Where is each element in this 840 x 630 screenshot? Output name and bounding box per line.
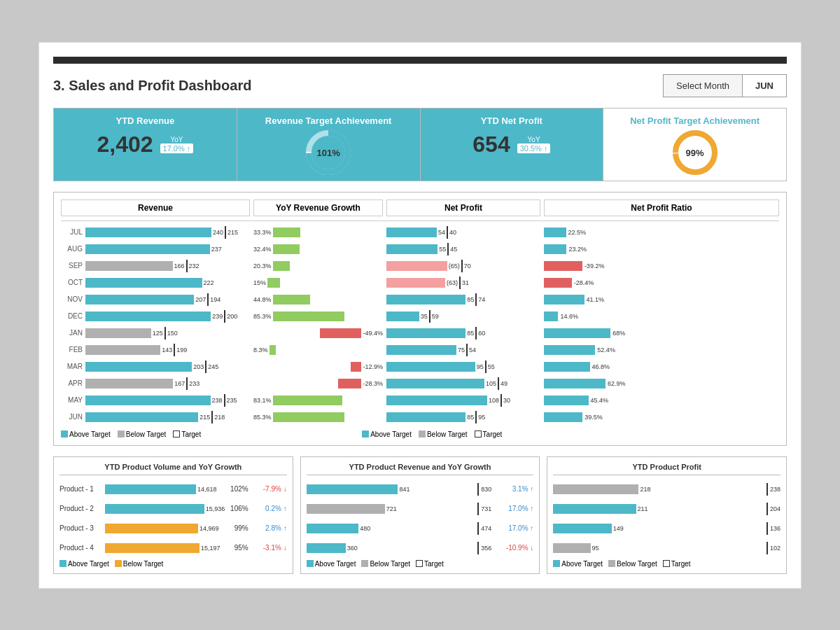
target-label: 233 xyxy=(189,380,200,387)
product-label: Product - 1 xyxy=(59,485,105,493)
profit-prod-bar xyxy=(553,484,638,494)
month-label: NOV xyxy=(61,295,85,303)
profit-target-line xyxy=(498,377,499,390)
ratio-bar-area: 46.8% xyxy=(544,362,779,372)
vol-growth: -3.1% ↓ xyxy=(248,544,287,552)
target-label: 150 xyxy=(167,330,178,337)
vol-pct: 102% xyxy=(226,485,248,493)
yoy-bar-area: 85.3% xyxy=(253,312,383,321)
yoy-bar-area: 15% xyxy=(253,278,383,288)
revenue-donut-label: 101% xyxy=(317,147,340,158)
profit-above-label: 108 xyxy=(489,397,499,404)
revenue-row: DEC239200 xyxy=(61,309,250,324)
target-label: 199 xyxy=(176,346,187,354)
ratio-row: 46.8% xyxy=(544,359,779,374)
profit-target-donut: 99% xyxy=(617,132,772,174)
product-profit-row: 95102 xyxy=(553,540,780,556)
yoy-bar-area: 83.1% xyxy=(253,396,383,405)
target-label: 232 xyxy=(189,262,200,270)
above-label: 237 xyxy=(211,246,222,253)
above-bar xyxy=(85,312,211,321)
profit-prod-target-value: 238 xyxy=(770,486,780,493)
vol-bar-area: 15,197 xyxy=(105,543,226,553)
ratio-header: Net Profit Ratio xyxy=(544,200,779,216)
yoy-label: -49.4% xyxy=(363,330,383,337)
ratio-bar-area: -28.4% xyxy=(544,278,779,288)
kpi-profit-target: Net Profit Target Achievement 99% xyxy=(603,108,786,181)
profit-target-label: 55 xyxy=(488,363,495,370)
profit-above-label: 85 xyxy=(467,330,474,337)
product-label: Product - 2 xyxy=(59,505,105,512)
rev-bar xyxy=(307,543,346,553)
rev-bar-area: 841 xyxy=(307,484,477,494)
month-label: DEC xyxy=(61,312,85,320)
yoy-label: 15% xyxy=(253,279,266,286)
profit-above-bar xyxy=(386,328,465,338)
profit-above-label: 55 xyxy=(439,246,446,253)
rev-target-value: 356 xyxy=(481,545,491,552)
below-bar xyxy=(85,328,151,338)
profit-bar-area: 8560 xyxy=(386,327,540,340)
rev-bar xyxy=(307,484,398,494)
profit-target-line xyxy=(475,411,477,424)
yoy-bar-area: 33.3% xyxy=(253,227,383,237)
profit-target-line xyxy=(461,260,463,272)
vol-bar xyxy=(105,504,204,514)
page-title: 3. Sales and Profit Dashboard xyxy=(53,78,251,94)
rev-target-line xyxy=(477,503,479,515)
yoy-pos-bar xyxy=(273,396,343,405)
profit-above-label: 75 xyxy=(458,346,465,354)
profit-target-line xyxy=(475,327,477,340)
profit-target-line xyxy=(485,360,486,373)
bar-area: 207194 xyxy=(85,293,250,306)
profit-prod-value: 149 xyxy=(613,525,624,532)
profit-legend: Above Target Below Target Target xyxy=(362,430,502,438)
revenue-row: JUN215218 xyxy=(61,410,250,425)
profit-row: 10549 xyxy=(386,376,540,391)
month-label: JUN xyxy=(61,413,85,421)
ratio-row: -39.2% xyxy=(544,258,779,274)
yoy-row: 44.8% xyxy=(253,292,383,307)
profit-row: 3559 xyxy=(386,309,540,324)
product-vol-row: Product - 314,96999%2.8% ↑ xyxy=(59,520,287,537)
profit-bar-area: 8574 xyxy=(386,293,540,306)
rev-target-line xyxy=(477,483,479,496)
product-profit-row: 218238 xyxy=(553,481,780,498)
yoy-pos-bar xyxy=(273,261,290,271)
month-label: OCT xyxy=(61,279,85,286)
ratio-bar-area: 52.4% xyxy=(544,345,779,355)
profit-above-bar xyxy=(386,295,465,304)
vol-bar xyxy=(105,484,196,494)
rev-growth: 3.1% ↑ xyxy=(491,485,533,493)
product-revenue-rows: 8418303.1% ↑72173117.0% ↑48047417.0% ↑36… xyxy=(307,481,534,556)
product-label: Product - 4 xyxy=(59,544,105,552)
vol-pct: 95% xyxy=(226,544,248,552)
ratio-bar-area: 45.4% xyxy=(544,396,779,405)
ratio-label: 45.4% xyxy=(591,397,609,404)
profit-target-label: 40 xyxy=(449,229,456,236)
legend-below-target: Below Target xyxy=(118,430,167,438)
ratio-label: 68% xyxy=(612,330,625,337)
yoy-row: 20.3% xyxy=(253,258,383,274)
profit-prod-value: 211 xyxy=(638,505,648,512)
profit-target-label: 49 xyxy=(500,380,507,387)
bar-area: 239200 xyxy=(85,310,250,323)
profit-prod-target-line xyxy=(766,503,768,515)
target-label: 200 xyxy=(227,313,237,320)
bar-area: 215218 xyxy=(85,411,250,424)
above-label: 207 xyxy=(195,296,206,303)
rev-bar xyxy=(307,504,385,514)
profit-target-line xyxy=(475,293,477,306)
vol-bar xyxy=(105,524,198,533)
profit-row: 5545 xyxy=(386,241,540,257)
yoy-neg-bar xyxy=(338,379,362,388)
month-label: MAY xyxy=(61,396,85,404)
profit-below-label: (65) xyxy=(449,262,460,270)
kpi-ytd-revenue: YTD Revenue 2,402 YoY 17.0% ↑ xyxy=(54,108,237,181)
revenue-legend: Above Target Below Target Target xyxy=(61,430,201,438)
kpi-ytd-profit: YTD Net Profit 654 YoY 30.5% ↑ xyxy=(421,108,604,181)
profit-target-line xyxy=(447,226,448,239)
month-selector[interactable]: Select Month JUN xyxy=(663,74,787,97)
yoy-pos-bar xyxy=(273,312,344,321)
profit-target-label: 54 xyxy=(469,346,476,354)
